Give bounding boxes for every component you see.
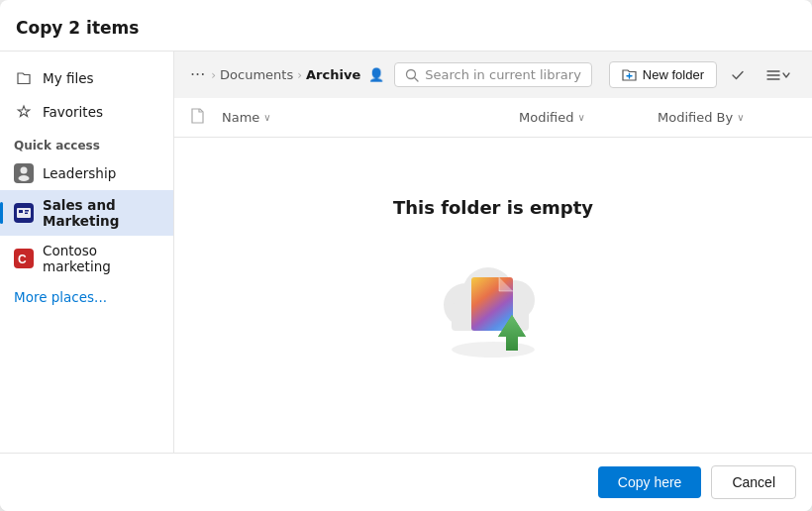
svg-rect-2 [17, 208, 31, 218]
empty-state: This folder is empty [174, 138, 812, 453]
topbar-actions: New folder [609, 61, 798, 88]
svg-rect-3 [19, 210, 23, 213]
contoso-label: Contoso marketing [43, 243, 159, 274]
quick-access-label: Quick access [0, 129, 173, 156]
dropdown-icon [781, 70, 791, 80]
col-header-name[interactable]: Name ∨ [222, 110, 519, 125]
new-folder-icon [622, 67, 637, 82]
view-options-button[interactable] [759, 62, 798, 88]
svg-rect-4 [25, 210, 29, 212]
main-topbar: ··· › Documents › Archive 👤 Search in cu… [174, 51, 812, 98]
breadcrumb-dots[interactable]: ··· [188, 65, 207, 84]
col-header-modifiedby[interactable]: Modified By ∨ [658, 110, 796, 125]
cancel-button[interactable]: Cancel [711, 465, 796, 499]
view-options-icon [765, 67, 781, 83]
svg-point-1 [19, 175, 30, 181]
svg-point-14 [452, 342, 535, 358]
modified-sort-icon: ∨ [577, 112, 584, 123]
search-icon [405, 68, 419, 82]
sidebar: My files Favorites Quick access [0, 51, 174, 453]
contoso-icon: C [14, 249, 34, 268]
sidebar-item-myfiles[interactable]: My files [0, 61, 173, 95]
sidebar-item-leadership[interactable]: Leadership [0, 156, 173, 190]
favorites-icon [14, 102, 34, 122]
archive-share-icon: 👤 [368, 67, 384, 82]
dialog-body: My files Favorites Quick access [0, 51, 812, 453]
file-list-area: Name ∨ Modified ∨ Modified By ∨ This fol… [174, 98, 812, 453]
main-content: ··· › Documents › Archive 👤 Search in cu… [174, 51, 812, 453]
search-placeholder: Search in current library [425, 67, 581, 82]
sidebar-item-contoso[interactable]: C Contoso marketing [0, 236, 173, 281]
checkmark-icon [730, 67, 746, 83]
col-header-modified[interactable]: Modified ∨ [519, 110, 658, 125]
dialog-title: Copy 2 items [16, 18, 139, 38]
sales-marketing-label: Sales and Marketing [43, 197, 159, 229]
svg-line-8 [415, 77, 419, 81]
sales-marketing-icon [14, 203, 34, 223]
empty-title: This folder is empty [393, 197, 593, 218]
search-box[interactable]: Search in current library [394, 62, 592, 87]
svg-point-0 [21, 167, 28, 174]
checkmark-button[interactable] [723, 62, 753, 88]
leadership-label: Leadership [43, 165, 116, 181]
dialog-header: Copy 2 items [0, 0, 812, 51]
modifiedby-sort-icon: ∨ [737, 112, 744, 123]
copy-dialog: Copy 2 items My files Favorites [0, 0, 812, 511]
more-places-link[interactable]: More places... [0, 281, 173, 313]
breadcrumb: ··· › Documents › Archive 👤 [188, 65, 384, 84]
file-list-header: Name ∨ Modified ∨ Modified By ∨ [174, 98, 812, 138]
header-file-icon [190, 108, 214, 127]
svg-text:C: C [18, 253, 27, 266]
new-folder-label: New folder [643, 67, 704, 82]
dialog-footer: Copy here Cancel [0, 453, 812, 511]
copy-here-button[interactable]: Copy here [598, 466, 702, 498]
myfiles-label: My files [43, 70, 94, 86]
sidebar-item-favorites[interactable]: Favorites [0, 95, 173, 129]
myfiles-icon [14, 68, 34, 88]
svg-rect-5 [25, 213, 28, 215]
breadcrumb-current: Archive [306, 67, 360, 82]
favorites-label: Favorites [43, 104, 103, 120]
new-folder-button[interactable]: New folder [609, 61, 717, 88]
name-sort-icon: ∨ [263, 112, 270, 123]
active-indicator [0, 202, 3, 224]
sidebar-item-sales-marketing[interactable]: Sales and Marketing [0, 190, 173, 236]
breadcrumb-documents[interactable]: Documents [220, 67, 293, 82]
empty-folder-illustration [424, 236, 562, 364]
leadership-icon [14, 163, 34, 183]
